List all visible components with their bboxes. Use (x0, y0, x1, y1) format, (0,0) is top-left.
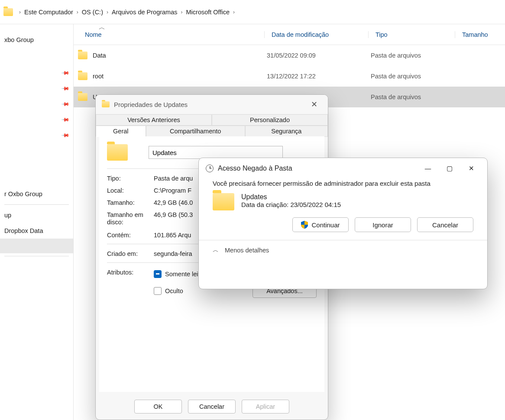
folder-icon-large (107, 144, 128, 161)
breadcrumb-seg[interactable]: Arquivos de Programas (108, 7, 181, 17)
toggle-label: Menos detalhes (225, 247, 269, 254)
close-button[interactable]: ✕ (461, 162, 481, 175)
dialog-titlebar[interactable]: Propriedades de Updates ✕ (96, 95, 328, 114)
dialog-message: Você precisará fornecer permissão de adm… (213, 180, 473, 187)
nav-tree: ︿ xbo Group 📌 📌 📌 📌 📌 r Oxbo Group up Dr… (0, 24, 74, 420)
col-header-type[interactable]: Tipo (368, 31, 455, 38)
label-location: Local: (107, 187, 154, 194)
breadcrumb: › Este Computador › OS (C:) › Arquivos d… (0, 0, 505, 24)
pin-icon: 📌 (61, 115, 70, 124)
sidebar-item-label: xbo Group (4, 36, 34, 43)
dialog-title: Propriedades de Updates (114, 101, 188, 108)
sidebar-item[interactable]: up (0, 207, 73, 223)
sidebar-item-pinned[interactable]: 📌 (0, 81, 73, 96)
folder-icon-large (213, 193, 234, 210)
folder-icon (78, 93, 87, 101)
file-type: Pasta de arquivos (368, 94, 455, 100)
column-headers: Nome Data de modificação Tipo Tamanho (74, 24, 505, 45)
label-size-on-disk: Tamanho em disco: (107, 211, 154, 226)
sidebar-item[interactable]: xbo Group (0, 32, 73, 48)
cancel-button[interactable]: Cancelar (417, 217, 473, 232)
file-type: Pasta de arquivos (368, 73, 455, 80)
col-header-date[interactable]: Data de modificação (264, 31, 368, 38)
dialog-title: Acesso Negado à Pasta (218, 165, 292, 172)
folder-icon (78, 52, 87, 59)
col-header-size[interactable]: Tamanho (455, 31, 505, 38)
label-created: Criado em: (107, 250, 154, 257)
pin-icon: 📌 (61, 68, 70, 78)
sidebar-item[interactable]: Dropbox Data (0, 223, 73, 239)
dialog-titlebar[interactable]: Acesso Negado à Pasta — ▢ ✕ (199, 158, 487, 179)
tab-sharing[interactable]: Compartilhamento (146, 126, 245, 137)
access-denied-dialog: Acesso Negado à Pasta — ▢ ✕ Você precisa… (198, 158, 488, 289)
clock-icon (206, 165, 214, 172)
label-type: Tipo: (107, 175, 154, 182)
item-name: Updates (241, 193, 341, 201)
folder-icon (78, 72, 87, 80)
label-contains: Contém: (107, 232, 154, 239)
sidebar-item-label: up (4, 212, 11, 219)
file-name: Data (93, 52, 106, 59)
pin-icon: 📌 (61, 131, 70, 140)
file-date: 31/05/2022 09:09 (264, 52, 368, 59)
file-name: root (93, 73, 104, 80)
ok-button[interactable]: OK (134, 400, 182, 414)
sidebar-item-pinned[interactable]: 📌 (0, 96, 73, 112)
file-date: 13/12/2022 17:22 (264, 73, 368, 80)
label-size: Tamanho: (107, 199, 154, 206)
folder-name-input[interactable] (149, 146, 283, 159)
table-row[interactable]: root 13/12/2022 17:22 Pasta de arquivos (74, 66, 505, 87)
checkbox-icon (154, 287, 162, 295)
sidebar-item-pinned[interactable]: 📌 (0, 112, 73, 127)
chevron-right-icon[interactable]: › (233, 9, 235, 15)
less-details-toggle[interactable]: ︿ Menos detalhes (199, 240, 487, 260)
cancel-button[interactable]: Cancelar (188, 400, 236, 414)
chevron-up-icon: ︿ (213, 246, 219, 254)
sidebar-item-selected[interactable] (0, 239, 73, 253)
file-type: Pasta de arquivos (368, 52, 455, 59)
pin-icon: 📌 (61, 100, 70, 109)
col-header-name[interactable]: Nome (74, 31, 264, 38)
sidebar-item[interactable]: r Oxbo Group (0, 186, 73, 202)
sidebar-item-pinned[interactable]: 📌 (0, 65, 73, 81)
separator (4, 204, 69, 205)
apply-button[interactable]: Aplicar (242, 400, 289, 414)
minimize-button[interactable]: — (418, 162, 438, 175)
tab-customize[interactable]: Personalizado (212, 114, 328, 126)
shield-icon (301, 221, 308, 229)
ignore-button[interactable]: Ignorar (355, 217, 411, 232)
sidebar-item-pinned[interactable]: 📌 (0, 127, 73, 143)
pin-icon: 📌 (61, 84, 70, 93)
sidebar-item-label: Dropbox Data (4, 227, 43, 234)
tab-general[interactable]: Geral (96, 126, 146, 137)
breadcrumb-seg[interactable]: Microsoft Office (183, 7, 233, 17)
table-row[interactable]: Data 31/05/2022 09:09 Pasta de arquivos (74, 45, 505, 66)
continue-button[interactable]: Continuar (292, 217, 349, 232)
label-attributes: Atributos: (107, 269, 154, 298)
folder-icon (3, 8, 13, 16)
maximize-button[interactable]: ▢ (440, 162, 460, 175)
checkbox-hidden[interactable]: Oculto (154, 287, 183, 295)
item-date: Data da criação: 23/05/2022 04:15 (241, 201, 341, 208)
folder-icon (102, 101, 110, 107)
separator (4, 256, 69, 256)
breadcrumb-seg[interactable]: OS (C:) (78, 7, 107, 17)
close-button[interactable]: ✕ (307, 98, 322, 111)
tab-previous-versions[interactable]: Versões Anteriores (96, 114, 212, 126)
breadcrumb-seg[interactable]: Este Computador (21, 7, 77, 17)
sidebar-item-label: r Oxbo Group (4, 191, 42, 197)
button-label: Continuar (311, 221, 340, 229)
checkbox-icon-indeterminate (154, 270, 162, 278)
tab-security[interactable]: Segurança (245, 126, 328, 137)
checkbox-label: Oculto (165, 288, 183, 294)
